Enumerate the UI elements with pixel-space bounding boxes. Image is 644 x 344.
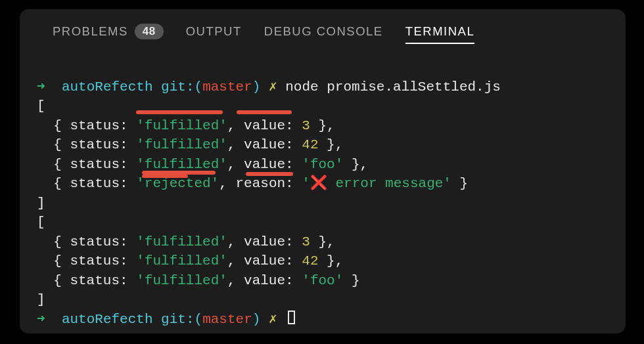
tab-debug-console[interactable]: DEBUG CONSOLE xyxy=(264,24,383,39)
row-mid: , value: xyxy=(227,273,302,288)
row-value: 3 xyxy=(302,234,310,249)
row-mid: , value: xyxy=(227,253,302,269)
prompt-branch: master xyxy=(202,79,252,95)
row-val-q1: ' xyxy=(302,176,310,191)
bracket-close: ] xyxy=(37,196,45,211)
row-post: }, xyxy=(319,137,344,152)
row-pre: { status: xyxy=(37,234,136,249)
row-value: 42 xyxy=(302,253,318,269)
tab-problems-label: PROBLEMS xyxy=(53,24,128,39)
row-value: 'foo' xyxy=(302,157,343,172)
terminal-panel: PROBLEMS 48 OUTPUT DEBUG CONSOLE TERMINA… xyxy=(20,9,626,333)
row-post: }, xyxy=(343,157,368,172)
prompt-folder: autoRefecth xyxy=(62,79,153,95)
row-post: }, xyxy=(319,253,344,269)
prompt-dirty-icon: ✗ xyxy=(269,312,277,327)
prompt-git-close: ) xyxy=(252,79,261,95)
row-status: 'fulfilled' xyxy=(136,234,227,249)
row-mid: , value: xyxy=(227,118,302,133)
bracket-close: ] xyxy=(37,292,45,307)
row-value: 3 xyxy=(302,118,310,133)
row-status: 'fulfilled' xyxy=(136,118,227,133)
row-status: 'fulfilled' xyxy=(136,253,227,269)
row-mid: , value: xyxy=(227,157,302,172)
row-pre: { status: xyxy=(37,273,136,288)
tab-output-label: OUTPUT xyxy=(186,24,242,39)
row-pre: { status: xyxy=(37,253,136,269)
prompt-command: node promise.allSettled.js xyxy=(285,79,501,95)
annotation-underline xyxy=(136,110,223,114)
row-status: 'fulfilled' xyxy=(136,137,227,152)
row-status: 'rejected' xyxy=(136,176,219,191)
annotation-underline xyxy=(246,172,293,176)
terminal-output[interactable]: ➜ autoRefecth git:(master) ✗ node promis… xyxy=(37,58,609,344)
row-pre: { status: xyxy=(37,157,136,172)
row-post: } xyxy=(451,176,468,191)
prompt-branch: master xyxy=(202,312,252,327)
panel-tabs: PROBLEMS 48 OUTPUT DEBUG CONSOLE TERMINA… xyxy=(37,21,609,49)
cross-mark-icon: ❌ xyxy=(310,176,327,191)
tab-terminal[interactable]: TERMINAL xyxy=(405,24,475,39)
annotation-underline xyxy=(142,175,188,178)
prompt-git-label: git:( xyxy=(161,79,202,95)
prompt-git-close: ) xyxy=(252,312,261,327)
prompt-arrow-icon: ➜ xyxy=(37,79,45,95)
row-post: } xyxy=(343,273,359,288)
prompt-folder: autoRefecth xyxy=(62,312,153,327)
prompt-arrow-icon: ➜ xyxy=(37,312,45,327)
row-status: 'fulfilled' xyxy=(136,273,227,288)
row-pre: { status: xyxy=(37,118,136,133)
annotation-underline xyxy=(237,110,292,114)
row-post: }, xyxy=(310,234,335,249)
tab-debug-label: DEBUG CONSOLE xyxy=(264,24,383,39)
row-mid: , reason: xyxy=(219,176,302,191)
tab-terminal-label: TERMINAL xyxy=(405,24,475,39)
row-mid: , value: xyxy=(227,234,302,249)
bracket-open: [ xyxy=(37,98,45,114)
prompt-git-label: git:( xyxy=(161,312,202,327)
bracket-open: [ xyxy=(37,215,45,230)
row-status: 'fulfilled' xyxy=(136,157,227,172)
prompt-dirty-icon: ✗ xyxy=(269,79,277,95)
row-pre: { status: xyxy=(37,137,136,152)
problems-badge: 48 xyxy=(135,24,164,39)
row-val-txt: error message' xyxy=(327,176,451,191)
row-mid: , value: xyxy=(227,137,302,152)
row-value: 42 xyxy=(302,137,318,152)
row-post: }, xyxy=(310,118,335,133)
tab-output[interactable]: OUTPUT xyxy=(186,24,242,39)
terminal-cursor xyxy=(288,311,295,324)
row-pre: { status: xyxy=(37,176,136,191)
row-value: 'foo' xyxy=(302,273,343,288)
tab-problems[interactable]: PROBLEMS 48 xyxy=(53,24,164,39)
